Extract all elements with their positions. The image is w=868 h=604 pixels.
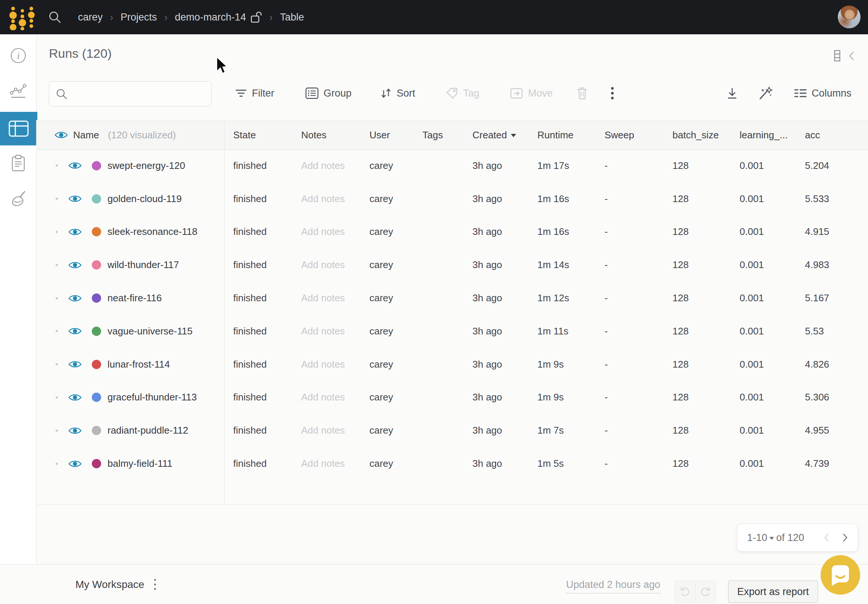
table-bottom-border [36,504,868,505]
sidebar-item-sweeps[interactable] [0,190,36,207]
visibility-eye-icon[interactable] [68,294,82,303]
run-name[interactable]: swept-energy-120 [107,160,185,171]
header-runtime[interactable]: Runtime [529,130,595,141]
run-name[interactable]: golden-cloud-119 [107,193,182,205]
batch-size-value: 128 [673,326,688,337]
drag-handle-dot[interactable] [56,429,58,432]
sidebar-item-logs[interactable] [0,154,36,172]
table-row[interactable]: radiant-puddle-112 finished Add notes ca… [36,414,868,447]
sidebar-item-workspace[interactable] [0,83,36,99]
sidebar-item-table-active[interactable] [0,112,37,145]
notes-cell[interactable]: Add notes [292,292,361,304]
table-row[interactable]: balmy-field-111 finished Add notes carey… [36,447,868,480]
header-notes[interactable]: Notes [292,130,361,141]
run-name[interactable]: neat-fire-116 [107,292,162,304]
header-learning-rate[interactable]: learning_... [731,130,796,141]
export-as-report-button[interactable]: Export as report [728,581,818,603]
notes-cell[interactable]: Add notes [292,193,361,205]
notes-cell[interactable]: Add notes [292,259,361,271]
run-name[interactable]: vague-universe-115 [107,326,192,337]
drag-handle-dot[interactable] [56,264,58,266]
undo-button[interactable] [674,581,695,602]
drag-handle-dot[interactable] [56,231,58,233]
run-name[interactable]: wild-thunder-117 [107,259,179,271]
run-name[interactable]: balmy-field-111 [107,458,172,470]
notes-cell[interactable]: Add notes [292,425,361,436]
sidebar-item-overview[interactable]: i [0,47,36,64]
notes-cell[interactable]: Add notes [292,458,361,470]
breadcrumb-projects[interactable]: Projects [121,12,157,23]
notes-cell[interactable]: Add notes [292,359,361,370]
visibility-eye-icon[interactable] [68,360,82,369]
notes-cell[interactable]: Add notes [292,326,361,337]
more-options-button[interactable] [611,83,614,103]
wandb-logo-icon[interactable] [8,4,36,30]
updated-timestamp[interactable]: Updated 2 hours ago [566,579,660,593]
filter-button[interactable]: Filter [235,83,274,103]
page-range-dropdown[interactable]: 1-10 of 120 [747,532,804,544]
table-row[interactable]: neat-fire-116 finished Add notes carey 3… [36,281,868,315]
visibility-eye-icon[interactable] [68,260,82,270]
visibility-eye-icon[interactable] [68,161,82,170]
table-row[interactable]: vague-universe-115 finished Add notes ca… [36,315,868,348]
breadcrumb-user[interactable]: carey [78,12,102,23]
visibility-eye-icon[interactable] [68,392,82,402]
header-user[interactable]: User [361,130,414,141]
drag-handle-dot[interactable] [56,297,58,300]
breadcrumb-project[interactable]: demo-march-14 [175,12,246,23]
header-name[interactable]: Name (120 visualized) [36,130,224,141]
table-row[interactable]: wild-thunder-117 finished Add notes care… [36,248,868,281]
drag-handle-dot[interactable] [56,363,58,365]
header-state[interactable]: State [224,130,292,141]
workspace-selector[interactable]: My Workspace [75,579,144,590]
table-row[interactable]: graceful-thunder-113 finished Add notes … [36,381,868,414]
header-tags[interactable]: Tags [414,130,463,141]
drag-handle-dot[interactable] [56,198,58,200]
table-row[interactable]: golden-cloud-119 finished Add notes care… [36,182,868,216]
user-avatar[interactable] [838,6,860,28]
search-input[interactable] [68,88,211,100]
tag-button-disabled[interactable]: Tag [446,83,479,103]
run-name[interactable]: radiant-puddle-112 [107,425,188,436]
delete-button-disabled[interactable] [576,83,588,103]
breadcrumb-table[interactable]: Table [280,12,304,23]
run-name[interactable]: sleek-resonance-118 [107,226,197,238]
prev-page-icon[interactable] [824,533,829,542]
next-page-icon[interactable] [842,533,848,542]
workspace-menu-icon[interactable] [154,579,156,590]
sort-button[interactable]: Sort [380,83,415,103]
notes-cell[interactable]: Add notes [292,160,361,171]
visibility-eye-icon[interactable] [68,227,82,237]
table-row[interactable]: swept-energy-120 finished Add notes care… [36,149,868,182]
redo-button[interactable] [695,581,716,602]
header-sweep[interactable]: Sweep [595,130,663,141]
collapse-chevron-left-icon[interactable] [849,51,854,61]
header-batch-size[interactable]: batch_size [663,130,731,141]
header-acc[interactable]: acc [796,130,868,141]
visibility-eye-icon[interactable] [68,194,82,204]
visibility-eye-icon[interactable] [68,459,82,469]
panel-layout-icon[interactable] [834,50,840,62]
run-name[interactable]: lunar-frost-114 [107,359,170,370]
move-button-disabled[interactable]: Move [510,83,553,103]
visibility-eye-icon[interactable] [68,326,82,336]
drag-handle-dot[interactable] [56,463,58,465]
drag-handle-dot[interactable] [56,396,58,399]
global-search-icon[interactable] [48,11,62,24]
magic-wand-button[interactable] [758,83,772,103]
notes-cell[interactable]: Add notes [292,391,361,403]
table-row[interactable]: sleek-resonance-118 finished Add notes c… [36,216,868,249]
table-row[interactable]: lunar-frost-114 finished Add notes carey… [36,348,868,381]
runs-search-box[interactable] [49,81,212,106]
run-name[interactable]: graceful-thunder-113 [107,391,197,403]
drag-handle-dot[interactable] [56,164,58,167]
notes-cell[interactable]: Add notes [292,226,361,238]
download-button[interactable] [726,83,738,103]
visibility-eye-icon[interactable] [54,130,68,140]
group-button[interactable]: Group [305,83,352,103]
chat-support-button[interactable] [821,555,860,595]
header-created[interactable]: Created [463,130,529,141]
columns-button[interactable]: Columns [794,83,852,103]
drag-handle-dot[interactable] [56,330,58,332]
visibility-eye-icon[interactable] [68,426,82,436]
